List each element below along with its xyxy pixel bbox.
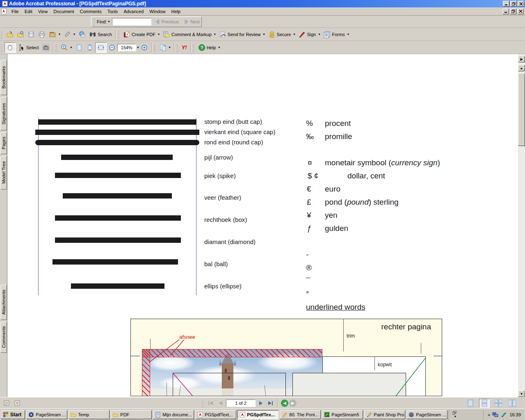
menu-help[interactable]: Help	[168, 8, 183, 15]
previous-view-button[interactable]: ◀	[281, 399, 288, 407]
first-page-button[interactable]	[206, 399, 215, 407]
zoom-in-button[interactable]	[139, 42, 150, 53]
toolbar-caret[interactable]: ▾	[454, 415, 456, 418]
tab-model-tree[interactable]: Model Tree	[0, 156, 7, 189]
organizer-caret[interactable]: ▾	[59, 32, 60, 36]
hand-tool-button[interactable]	[5, 42, 16, 53]
help-caret[interactable]: ▾	[218, 46, 220, 49]
create-pdf-button[interactable]: Create PDF▾	[121, 29, 161, 40]
menu-comments[interactable]: Comments	[77, 8, 105, 15]
toolbar-grip[interactable]	[154, 43, 155, 52]
minimize-button[interactable]	[503, 1, 509, 7]
document-status-icon-1[interactable]	[2, 399, 11, 407]
page-display-button[interactable]: ▾	[158, 42, 172, 53]
select-tool-button[interactable]: Select	[16, 42, 41, 53]
continuous-facing-button[interactable]	[507, 399, 518, 408]
fit-width-button[interactable]	[95, 42, 107, 53]
child-close-button[interactable]	[517, 9, 524, 14]
previous-page-button[interactable]	[216, 399, 225, 407]
toolbar-grip[interactable]	[55, 43, 57, 52]
toolbar-expand-button[interactable]: ▶	[518, 56, 525, 62]
tab-attachments[interactable]: Attachments	[0, 285, 7, 320]
open-web-button[interactable]	[15, 29, 26, 40]
menu-edit[interactable]: Edit	[22, 8, 35, 15]
save-button[interactable]	[26, 29, 37, 40]
page-number-input[interactable]	[226, 399, 256, 407]
child-restore-button[interactable]	[510, 9, 516, 14]
menu-document[interactable]: Document	[50, 8, 77, 15]
tab-signatures[interactable]: Signatures	[0, 97, 7, 130]
toolbar-grip[interactable]	[176, 43, 178, 52]
task-pgspdftext-active[interactable]: PGSpdfTex...	[237, 410, 278, 419]
scroll-up-button[interactable]: ▲	[518, 65, 525, 71]
comment-markup-button[interactable]: Comment & Markup▾	[161, 29, 217, 40]
network-icon[interactable]	[492, 412, 499, 418]
toolbar-grip[interactable]	[202, 399, 203, 407]
help-button[interactable]: ?Help▾	[196, 42, 222, 53]
search-button[interactable]: Search	[87, 29, 114, 40]
toolbar-grip[interactable]	[1, 43, 2, 52]
task-80-the-poni[interactable]: 80. The Poni...	[280, 410, 321, 419]
start-button[interactable]: Start	[1, 410, 25, 419]
toolbar-grip[interactable]	[1, 30, 2, 39]
task-pagestream-1[interactable]: PageStream ...	[26, 410, 67, 419]
menu-view[interactable]: View	[35, 8, 51, 15]
menu-tools[interactable]: Tools	[105, 8, 121, 15]
facing-button[interactable]	[493, 399, 504, 408]
scroll-down-button[interactable]: ▼	[518, 390, 525, 397]
secure-button[interactable]: Secure▾	[267, 29, 297, 40]
last-page-button[interactable]	[266, 399, 275, 407]
single-page-button[interactable]	[465, 399, 476, 408]
task-pagestream-firefox[interactable]: PageStream ...	[406, 410, 447, 419]
continuous-button[interactable]	[479, 399, 490, 408]
fit-page-button[interactable]	[74, 42, 84, 53]
create-pdf-caret[interactable]: ▾	[158, 32, 160, 36]
desktop-toolbar[interactable]: ▾	[449, 410, 460, 420]
close-button[interactable]	[518, 1, 524, 7]
find-dropdown-caret[interactable]: ▾	[108, 20, 110, 23]
pdf-page[interactable]: stomp eind (butt cap) vierkant eind (squ…	[7, 54, 518, 397]
secure-caret[interactable]: ▾	[293, 32, 295, 36]
child-minimize-button[interactable]	[502, 9, 509, 14]
restore-button[interactable]	[510, 1, 517, 7]
send-review-caret[interactable]: ▾	[263, 32, 265, 36]
tray-expand-icon[interactable]: «	[488, 412, 490, 417]
next-view-button[interactable]: ▶	[289, 399, 297, 407]
fit-height-button[interactable]	[84, 42, 95, 53]
toolbar-grip[interactable]	[118, 30, 119, 39]
tab-comments[interactable]: Comments	[0, 322, 7, 353]
task-paint-shop-pro[interactable]: Paint Shop Pro	[364, 410, 405, 419]
task-pdf[interactable]: PDF	[111, 410, 152, 419]
find-input[interactable]	[112, 18, 151, 25]
vertical-scrollbar[interactable]: ▶ ▲ ▼	[518, 54, 525, 397]
open-button[interactable]	[5, 29, 15, 40]
snapshot-button[interactable]	[41, 42, 51, 53]
zoom-out-button[interactable]	[107, 42, 117, 53]
forms-caret[interactable]: ▾	[347, 32, 349, 36]
task-temp[interactable]: Temp	[68, 410, 110, 419]
task-pagestream5[interactable]: PageStream5	[322, 410, 363, 419]
find-next-button[interactable]: Next	[190, 19, 200, 24]
task-pgspdftext-1[interactable]: PGSpdfText...	[195, 410, 236, 419]
next-page-button[interactable]	[256, 399, 265, 407]
find-previous-button[interactable]: Previous	[161, 19, 179, 24]
forms-button[interactable]: Forms▾	[322, 29, 350, 40]
menu-advanced[interactable]: Advanced	[121, 8, 146, 15]
task-mijn-documenten[interactable]: Mijn docume...	[153, 410, 194, 419]
scrollbar-thumb[interactable]	[518, 73, 525, 146]
zoom-tool-caret[interactable]: ▾	[71, 46, 72, 49]
comment-markup-caret[interactable]: ▾	[214, 32, 216, 36]
zoom-tool-button[interactable]: ▾	[59, 42, 74, 53]
tab-bookmarks[interactable]: Bookmarks	[0, 60, 7, 95]
toolbar-grip[interactable]	[93, 18, 95, 26]
tab-pages[interactable]: Pages	[0, 132, 7, 154]
organizer-button[interactable]: ▾	[47, 29, 62, 40]
email-button[interactable]	[77, 29, 87, 40]
menu-window[interactable]: Window	[146, 8, 168, 15]
sign-button[interactable]: Sign▾	[297, 29, 322, 40]
pen-tablet-icon[interactable]	[501, 412, 507, 418]
sign-caret[interactable]: ▾	[318, 32, 320, 36]
document-status-icon-2[interactable]	[13, 399, 21, 407]
toolbar-grip[interactable]	[193, 43, 194, 52]
menu-file[interactable]: File	[9, 8, 22, 15]
